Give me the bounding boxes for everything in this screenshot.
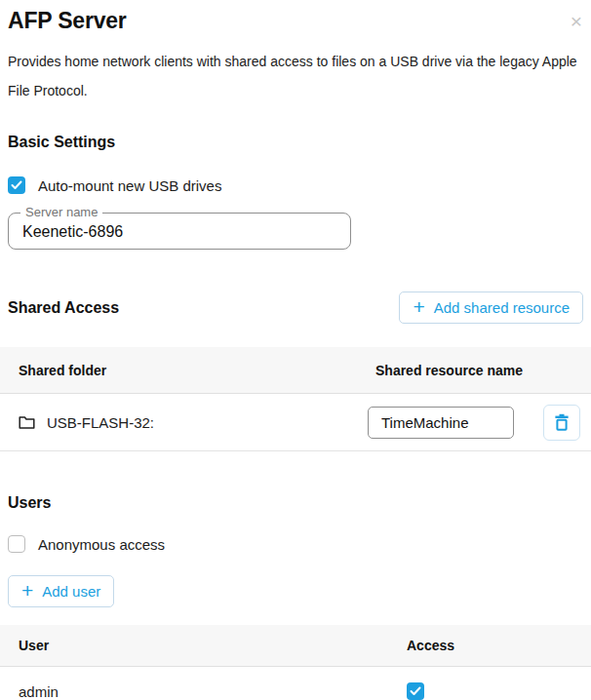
anonymous-access-row: Anonymous access [8,535,583,553]
user-access-cell [407,682,591,700]
anonymous-access-checkbox[interactable] [8,535,25,553]
page-title: AFP Server [8,8,583,34]
add-shared-resource-button[interactable]: + Add shared resource [399,292,583,324]
users-heading: Users [8,494,583,512]
table-row: USB-FLASH-32: [0,394,591,451]
server-name-label: Server name [20,205,102,219]
server-name-field-wrapper: Server name [8,213,351,250]
dialog-description: Provides home network clients with share… [8,47,583,105]
resource-name-input[interactable] [368,407,514,439]
users-table-header: User Access [0,625,591,667]
basic-settings-heading: Basic Settings [8,134,583,151]
folder-icon [19,415,35,430]
shared-folder-cell: USB-FLASH-32: [0,414,368,431]
add-shared-resource-label: Add shared resource [434,299,570,316]
shared-resources-table-header: Shared folder Shared resource name [0,347,591,394]
user-access-checkbox[interactable] [407,682,424,700]
column-header-resource-name: Shared resource name [375,363,591,378]
user-name-cell: admin [0,683,407,700]
trash-icon [552,412,571,432]
shared-folder-name: USB-FLASH-32: [47,414,154,431]
shared-resources-table: Shared folder Shared resource name USB-F… [0,347,591,451]
plus-icon: + [413,296,424,317]
auto-mount-checkbox-row: Auto-mount new USB drives [8,176,583,194]
checkmark-icon [410,686,421,696]
checkmark-icon [11,180,22,190]
close-icon[interactable]: × [566,10,587,31]
auto-mount-label: Auto-mount new USB drives [38,177,221,194]
resource-name-cell [368,405,591,441]
shared-access-heading: Shared Access [8,299,119,317]
users-table: User Access admin [0,625,591,700]
delete-resource-button[interactable] [543,405,580,441]
column-header-shared-folder: Shared folder [0,363,375,378]
column-header-user: User [0,638,407,653]
auto-mount-checkbox[interactable] [8,176,25,194]
afp-server-dialog: AFP Server × Provides home network clien… [0,8,591,700]
table-row: admin [0,667,591,700]
add-user-button[interactable]: + Add user [8,575,114,607]
column-header-access: Access [407,638,591,653]
anonymous-access-label: Anonymous access [38,536,165,553]
shared-access-header-row: Shared Access + Add shared resource [8,292,583,324]
add-user-label: Add user [42,583,100,600]
plus-icon: + [21,580,33,601]
